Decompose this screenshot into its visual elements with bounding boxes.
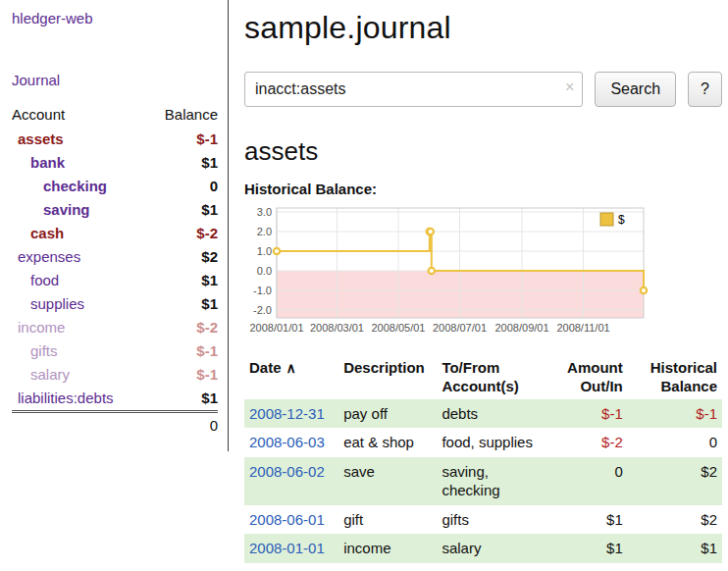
page-title: sample.journal (244, 10, 722, 46)
account-balance: $-2 (147, 316, 218, 339)
col-date[interactable]: Date∧ (244, 356, 338, 399)
account-link[interactable]: food (30, 272, 59, 288)
col-accounts-line2: Account(s) (442, 378, 518, 394)
x-tick-label: 2008/05/01 (371, 322, 425, 334)
col-amount-line2: Out/In (580, 378, 622, 394)
main: sample.journal × Search ? assets Histori… (229, 0, 728, 571)
col-amount-line1: Amount (567, 359, 623, 376)
transaction-date-link[interactable]: 2008-06-02 (249, 463, 325, 480)
accounts-body: assets$-1bank$1checking0saving$1cash$-2e… (12, 128, 218, 412)
account-row: assets$-1 (12, 128, 218, 151)
accounts-header-row: Account Balance (12, 104, 218, 128)
transaction-description: save (338, 457, 437, 505)
transaction-amount: $1 (547, 534, 628, 563)
search-button[interactable]: Search (595, 72, 676, 107)
account-row: food$1 (12, 269, 218, 292)
y-tick-label: -2.0 (253, 304, 272, 316)
y-tick-label: 2.0 (257, 226, 272, 237)
account-row: cash$-2 (12, 222, 218, 245)
legend-label: $ (618, 213, 625, 227)
x-tick-label: 2008/01/01 (249, 322, 303, 334)
transaction-description: income (338, 534, 437, 563)
account-balance: $1 (147, 151, 218, 175)
account-link[interactable]: assets (18, 130, 64, 147)
col-date-label: Date (249, 359, 282, 376)
account-row: liabilities:debts$1 (12, 387, 218, 412)
transaction-accounts: saving, checking (437, 457, 546, 505)
col-amount: Amount Out/In (547, 356, 628, 399)
account-row: bank$1 (12, 151, 218, 175)
transaction-accounts: salary (437, 534, 546, 563)
register-header-row: Date∧ Description To/From Account(s) Amo… (244, 356, 722, 399)
accounts-table: Account Balance assets$-1bank$1checking0… (12, 104, 218, 438)
data-point-marker (429, 268, 435, 274)
transaction-date-link[interactable]: 2008-06-01 (249, 511, 325, 528)
search-wrap: × (244, 72, 583, 107)
account-row: salary$-1 (12, 363, 218, 387)
account-balance: $1 (147, 292, 218, 316)
transaction-date-link[interactable]: 2008-06-03 (249, 434, 325, 450)
account-balance: $-1 (147, 339, 218, 363)
account-balance: $-1 (147, 128, 218, 151)
transaction-date-cell: 2008-01-01 (244, 534, 338, 563)
account-balance: $1 (147, 387, 218, 412)
help-button[interactable]: ? (688, 72, 722, 107)
sidebar: hledger-web Journal Account Balance asse… (0, 0, 229, 451)
sidebar-item-journal[interactable]: Journal (12, 72, 60, 88)
clear-search-icon[interactable]: × (565, 79, 574, 95)
col-accounts-line1: To/From (442, 359, 499, 376)
search-bar: × Search ? (244, 72, 722, 107)
transaction-date-cell: 2008-12-31 (244, 399, 338, 429)
col-balance-line1: Historical (650, 359, 717, 376)
account-link[interactable]: gifts (30, 342, 58, 359)
chart-negative-region (277, 271, 644, 318)
chart-title: Historical Balance: (244, 181, 722, 197)
sidebar-inner: hledger-web Journal Account Balance asse… (0, 0, 229, 451)
sort-asc-icon: ∧ (286, 360, 296, 376)
transaction-accounts: debts (437, 399, 546, 429)
search-input[interactable] (244, 72, 583, 107)
x-tick-label: 2008/11/01 (556, 322, 609, 334)
transaction-balance: $-1 (628, 399, 722, 429)
transaction-balance: $2 (628, 505, 722, 535)
account-link[interactable]: liabilities:debts (18, 389, 114, 406)
x-tick-label: 2008/07/01 (433, 322, 487, 334)
transaction-amount: $-1 (547, 399, 628, 429)
account-row: income$-2 (12, 316, 218, 339)
account-row: gifts$-1 (12, 339, 218, 363)
account-heading: assets (244, 136, 722, 167)
account-link[interactable]: saving (43, 201, 90, 218)
y-tick-label: 0.0 (257, 265, 272, 277)
account-link[interactable]: salary (30, 366, 70, 383)
account-balance: 0 (147, 175, 218, 198)
account-link[interactable]: supplies (30, 295, 84, 312)
account-link[interactable]: income (18, 319, 65, 336)
account-link[interactable]: bank (30, 154, 65, 171)
transaction-accounts: gifts (437, 505, 546, 535)
col-balance-line2: Balance (660, 378, 717, 394)
accounts-total-row: 0 (12, 412, 218, 439)
account-row: supplies$1 (12, 292, 218, 316)
account-balance: $-1 (147, 363, 218, 387)
account-balance: $1 (147, 198, 218, 222)
account-link[interactable]: checking (43, 178, 107, 194)
transaction-accounts: food, supplies (437, 428, 546, 457)
accounts-total-spacer (12, 412, 147, 439)
account-row: checking0 (12, 175, 218, 198)
transaction-date-link[interactable]: 2008-01-01 (249, 540, 325, 556)
x-tick-label: 2008/09/01 (494, 322, 548, 334)
transaction-date-link[interactable]: 2008-12-31 (249, 405, 325, 422)
col-balance: Historical Balance (628, 356, 722, 399)
y-tick-label: 1.0 (257, 245, 272, 257)
col-accounts: To/From Account(s) (437, 356, 546, 399)
account-link[interactable]: expenses (18, 248, 80, 265)
register-row: 2008-01-01incomesalary$1$1 (244, 534, 722, 563)
account-balance: $-2 (147, 222, 218, 245)
transaction-balance: $2 (628, 457, 722, 505)
brand-link[interactable]: hledger-web (12, 10, 93, 26)
account-link[interactable]: cash (30, 225, 64, 241)
account-row: saving$1 (12, 198, 218, 222)
transaction-amount: 0 (547, 457, 628, 505)
register-row: 2008-06-01giftgifts$1$2 (244, 505, 722, 535)
col-description: Description (338, 356, 437, 399)
